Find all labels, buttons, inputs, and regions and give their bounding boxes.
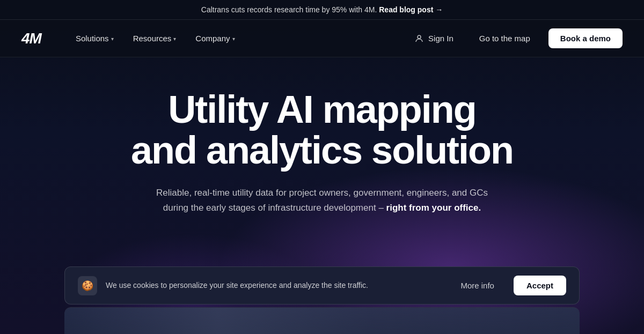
- bottom-strip-inner: [64, 308, 580, 334]
- sign-in-button[interactable]: Sign In: [407, 29, 461, 48]
- cookie-emoji: 🍪: [82, 280, 93, 292]
- hero-title-line2: and analytics solution: [131, 129, 513, 172]
- hero-title: Utility AI mapping and analytics solutio…: [107, 90, 537, 170]
- navbar: 4M Solutions ▾ Resources ▾ Company ▾ Sig…: [0, 20, 644, 57]
- hero-subtitle: Reliable, real-time utility data for pro…: [156, 185, 488, 216]
- nav-right: Sign In Go to the map Book a demo: [407, 28, 623, 48]
- nav-item-resources[interactable]: Resources ▾: [126, 29, 184, 47]
- nav-links: Solutions ▾ Resources ▾ Company ▾: [68, 29, 407, 47]
- accept-button[interactable]: Accept: [514, 276, 566, 295]
- more-info-button[interactable]: More info: [450, 276, 505, 295]
- announcement-bar: Caltrans cuts records research time by 9…: [0, 0, 644, 20]
- logo-text: 4M: [21, 30, 41, 47]
- chevron-down-icon: ▾: [111, 36, 114, 42]
- cookie-banner: 🍪 We use cookies to personalize your sit…: [64, 266, 580, 305]
- announcement-link[interactable]: Read blog post →: [379, 5, 443, 14]
- book-demo-button[interactable]: Book a demo: [548, 28, 623, 48]
- chevron-down-icon: ▾: [173, 36, 176, 42]
- sign-in-label: Sign In: [428, 34, 453, 43]
- nav-resources-label: Resources: [133, 34, 172, 43]
- hero-title-line1: Utility AI mapping: [168, 88, 475, 131]
- bottom-image-strip: [64, 307, 580, 334]
- cookie-text: We use cookies to personalize your site …: [106, 280, 441, 291]
- announcement-text: Caltrans cuts records research time by 9…: [201, 5, 377, 14]
- logo[interactable]: 4M: [21, 30, 41, 47]
- nav-item-solutions[interactable]: Solutions ▾: [68, 29, 121, 47]
- chevron-down-icon: ▾: [232, 36, 235, 42]
- svg-point-0: [418, 35, 421, 39]
- go-to-map-button[interactable]: Go to the map: [472, 29, 538, 47]
- nav-item-company[interactable]: Company ▾: [188, 29, 242, 47]
- user-icon: [414, 34, 424, 43]
- nav-solutions-label: Solutions: [76, 34, 109, 43]
- hero-subtitle-bold: right from your office.: [386, 203, 481, 213]
- go-to-map-label: Go to the map: [479, 34, 530, 43]
- nav-company-label: Company: [195, 34, 230, 43]
- hero-section: Utility AI mapping and analytics solutio…: [0, 57, 644, 232]
- cookie-icon: 🍪: [78, 276, 97, 295]
